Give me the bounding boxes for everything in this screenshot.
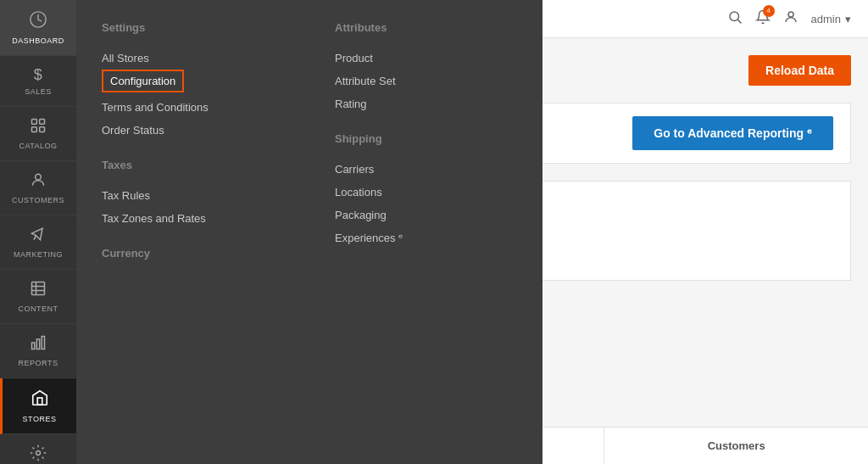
reports-icon — [30, 334, 47, 355]
system-icon — [30, 444, 47, 464]
reload-data-button[interactable]: Reload Data — [748, 55, 851, 86]
sidebar-item-content[interactable]: CONTENT — [0, 270, 76, 324]
sales-label: SALES — [25, 87, 52, 96]
taxes-section: Taxes Tax Rules Tax Zones and Rates — [102, 159, 284, 230]
sidebar-item-reports[interactable]: REPORTS — [0, 324, 76, 378]
dropdown-locations[interactable]: Locations — [335, 181, 517, 204]
sales-icon: $ — [34, 66, 43, 84]
dropdown-carriers[interactable]: Carriers — [335, 158, 517, 181]
dropdown-order-status[interactable]: Order Status — [102, 119, 284, 142]
sidebar-item-sales[interactable]: $ SALES — [0, 56, 76, 107]
customers-label: CUSTOMERS — [12, 196, 64, 204]
sidebar: DASHBOARD $ SALES CATALOG CUSTOMERS MARK… — [0, 0, 76, 464]
dropdown-left-col: Settings All Stores Configuration Terms … — [102, 17, 284, 447]
sidebar-item-catalog[interactable]: CATALOG — [0, 107, 76, 161]
go-to-advanced-reporting-button[interactable]: Go to Advanced Reporting ᵉ — [632, 116, 833, 150]
user-avatar-icon[interactable] — [783, 9, 798, 29]
sidebar-item-customers[interactable]: CUSTOMERS — [0, 161, 76, 215]
dropdown-right-col: Attributes Product Attribute Set Rating … — [335, 17, 517, 447]
dropdown-all-stores[interactable]: All Stores — [102, 47, 284, 70]
currency-section: Currency — [102, 247, 284, 260]
svg-point-17 — [788, 12, 793, 17]
svg-rect-12 — [42, 337, 44, 349]
search-icon[interactable] — [727, 9, 743, 29]
notification-badge: 4 — [763, 5, 775, 17]
settings-title: Settings — [102, 21, 284, 34]
content-icon — [30, 280, 47, 301]
stores-icon — [31, 389, 49, 411]
attributes-title: Attributes — [335, 21, 517, 34]
dashboard-label: DASHBOARD — [12, 36, 64, 45]
svg-rect-4 — [40, 127, 45, 132]
sidebar-item-stores[interactable]: STORES — [0, 378, 76, 434]
svg-point-5 — [36, 174, 42, 180]
svg-rect-6 — [32, 282, 45, 295]
svg-line-16 — [737, 20, 741, 23]
dropdown-tax-zones[interactable]: Tax Zones and Rates — [102, 207, 284, 230]
dropdown-attr-set[interactable]: Attribute Set — [335, 70, 517, 92]
catalog-icon — [30, 117, 47, 138]
stores-dropdown: Settings All Stores Configuration Terms … — [76, 0, 542, 464]
dropdown-experiences[interactable]: Experiences ᵉ — [335, 226, 517, 249]
admin-user-label[interactable]: admin ▾ — [811, 13, 851, 25]
reports-label: REPORTS — [19, 359, 58, 367]
svg-rect-13 — [37, 398, 42, 405]
customers-icon — [30, 171, 47, 193]
stores-label: STORES — [23, 415, 57, 423]
svg-rect-11 — [36, 339, 39, 349]
content-label: CONTENT — [19, 305, 58, 313]
taxes-title: Taxes — [102, 159, 284, 171]
svg-point-14 — [36, 451, 41, 456]
dropdown-configuration[interactable]: Configuration — [102, 70, 184, 92]
svg-rect-10 — [32, 343, 35, 349]
shipping-title: Shipping — [335, 132, 517, 145]
marketing-label: MARKETING — [14, 250, 63, 259]
dropdown-attr-rating[interactable]: Rating — [335, 92, 517, 115]
currency-title: Currency — [102, 247, 284, 260]
shipping-section: Shipping Carriers Locations Packaging Ex… — [335, 132, 517, 249]
sidebar-item-system[interactable]: SYSTEM — [0, 434, 76, 464]
dropdown-terms[interactable]: Terms and Conditions — [102, 96, 284, 119]
dropdown-attr-product[interactable]: Product — [335, 47, 517, 70]
svg-rect-1 — [32, 120, 37, 125]
svg-rect-3 — [32, 127, 37, 132]
dashboard-icon — [29, 10, 47, 33]
sidebar-item-marketing[interactable]: MARKETING — [0, 215, 76, 270]
dropdown-packaging[interactable]: Packaging — [335, 204, 517, 226]
dropdown-tax-rules[interactable]: Tax Rules — [102, 184, 284, 207]
svg-rect-2 — [40, 120, 45, 125]
tab-customers[interactable]: Customers — [604, 428, 868, 464]
marketing-icon — [30, 226, 47, 247]
catalog-label: CATALOG — [19, 142, 57, 150]
svg-point-15 — [730, 12, 739, 21]
sidebar-item-dashboard[interactable]: DASHBOARD — [0, 0, 76, 56]
notifications-icon[interactable]: 4 — [755, 9, 771, 29]
